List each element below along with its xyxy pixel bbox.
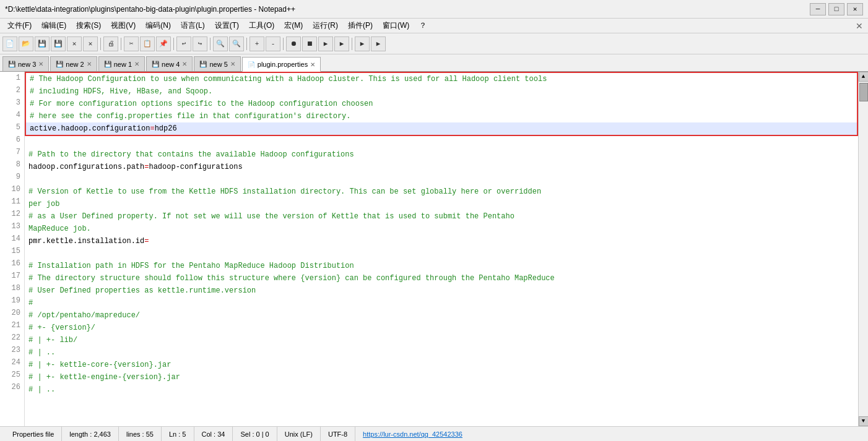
line-num-21: 21 [0,319,24,332]
tab-save-icon5: 💾 [199,61,207,67]
menu-run[interactable]: 运行(R) [308,19,343,32]
tab-new2-close[interactable]: ✕ [87,61,92,67]
scroll-down[interactable]: ▼ [859,416,869,426]
line-num-12: 12 [0,208,24,220]
toolbar-copy[interactable]: 📋 [140,36,155,51]
toolbar-paste[interactable]: 📌 [156,36,171,51]
window-close-x[interactable]: ✕ [856,21,863,31]
menu-search[interactable]: 搜索(S) [71,19,106,32]
status-filetype-text: Properties file [12,430,54,438]
line-num-13: 13 [0,220,24,233]
tab-new2[interactable]: 💾 new 2 ✕ [50,56,97,71]
toolbar-undo[interactable]: ↩ [176,36,191,51]
code-line-26: # | .. [25,383,858,396]
toolbar-zoom-out[interactable]: - [266,36,280,51]
close-button[interactable]: ✕ [847,3,863,15]
code-line-1: # The Hadoop Configuration to use when c… [26,73,857,85]
line-num-16: 16 [0,257,24,270]
menu-edit[interactable]: 编辑(E) [37,19,71,32]
toolbar-zoom-in[interactable]: + [250,36,264,51]
status-encoding-text: UTF-8 [328,430,347,438]
tab-plugin-close[interactable]: ✕ [310,61,315,68]
tab-new5-close[interactable]: ✕ [230,61,235,67]
tab-new4-close[interactable]: ✕ [182,61,187,67]
line-num-1: 1 [0,72,24,84]
status-sel-text: Sel : 0 | 0 [240,430,269,438]
toolbar-macro-stop[interactable]: ⏹ [302,36,317,51]
tab-new4-label: new 4 [162,61,180,68]
menu-file[interactable]: 文件(F) [2,19,37,32]
toolbar-find[interactable]: 🔍 [213,36,228,51]
maximize-button[interactable]: □ [828,3,844,15]
toolbar-macro-play[interactable]: ▶ [318,36,333,51]
toolbar-print[interactable]: 🖨 [103,36,118,51]
tab-plugin-properties[interactable]: 📄 plugin.properties ✕ [242,57,321,72]
toolbar-new[interactable]: 📄 [2,36,17,51]
code-line-25: # | +- kettle-engine-{version}.jar [25,371,858,383]
menu-macro[interactable]: 宏(M) [279,19,308,32]
toolbar-open[interactable]: 📂 [19,36,33,51]
line-num-2: 2 [0,84,24,96]
toolbar-sep-4 [210,38,210,50]
tab-new3-close[interactable]: ✕ [38,61,43,67]
menu-window[interactable]: 窗口(W) [378,19,414,32]
code-line-20: # /opt/pentaho/mapreduce/ [25,309,858,322]
title-bar: *D:\kettle\data-integration\plugins\pent… [0,0,868,19]
vertical-scrollbar[interactable]: ▲ ▼ [858,72,868,426]
tab-new1[interactable]: 💾 new 1 ✕ [98,56,145,71]
menu-language[interactable]: 语言(L) [176,19,210,32]
toolbar-save-all[interactable]: 💾 [51,36,66,51]
menu-plugins[interactable]: 插件(P) [343,19,378,32]
toolbar-macro-rec[interactable]: ⏺ [286,36,301,51]
line-num-17: 17 [0,270,24,282]
tab-new1-close[interactable]: ✕ [134,61,139,67]
status-bar: Properties file length : 2,463 lines : 5… [0,426,868,441]
toolbar-sep-1 [100,38,101,50]
menu-settings[interactable]: 设置(T) [210,19,244,32]
status-link[interactable]: https://lur-csdn.net/qq_42542336 [363,430,462,438]
line-num-26: 26 [0,381,24,393]
code-line-7: # Path to the directory that contains th… [25,148,858,161]
line-num-4: 4 [0,109,24,121]
toolbar-sep-2 [121,38,121,50]
status-length: length : 2,463 [62,427,119,441]
toolbar-find-replace[interactable]: 🔍 [229,36,244,51]
tab-new2-label: new 2 [66,61,84,68]
menu-tools[interactable]: 工具(O) [244,19,279,32]
line-num-15: 15 [0,245,24,257]
line-num-8: 8 [0,158,24,171]
line-num-10: 10 [0,183,24,195]
status-lines-text: lines : 55 [126,430,154,438]
toolbar-redo[interactable]: ↪ [193,36,207,51]
tab-new4[interactable]: 💾 new 4 ✕ [146,56,193,71]
tab-new5[interactable]: 💾 new 5 ✕ [194,56,240,71]
code-line-19: # [25,297,858,309]
code-line-3: # For more configuration options specifi… [26,98,857,110]
scroll-thumb[interactable] [859,83,868,101]
code-line-8: hadoop.configurations.path=hadoop-config… [25,161,858,173]
minimize-button[interactable]: ─ [810,3,826,15]
toolbar-run[interactable]: ▶ [355,36,370,51]
toolbar-sep-5 [246,38,247,50]
toolbar-macro-play-n[interactable]: ▶ [334,36,349,51]
code-line-18: # User Defined properties as kettle.runt… [25,285,858,297]
menu-view[interactable]: 视图(V) [106,19,141,32]
menu-encode[interactable]: 编码(N) [141,19,176,32]
toolbar-save[interactable]: 💾 [35,36,50,51]
toolbar-run-args[interactable]: ▶ [371,36,386,51]
status-col: Col : 34 [194,427,233,441]
menu-bar: 文件(F) 编辑(E) 搜索(S) 视图(V) 编码(N) 语言(L) 设置(T… [0,19,868,33]
toolbar-close-all[interactable]: ✕ [83,36,98,51]
tab-plugin-label: plugin.properties [258,61,308,68]
line-num-18: 18 [0,282,24,294]
code-line-12: # as a User Defined property. If not set… [25,210,858,223]
toolbar-cut[interactable]: ✂ [124,36,139,51]
status-col-text: Col : 34 [202,430,225,438]
code-line-2: # including HDFS, Hive, HBase, and Sqoop… [26,85,857,98]
toolbar-close[interactable]: ✕ [67,36,82,51]
tab-new3[interactable]: 💾 new 3 ✕ [2,56,49,71]
status-filetype: Properties file [5,427,62,441]
scroll-up[interactable]: ▲ [859,72,869,82]
menu-help[interactable]: ？ [414,19,432,32]
code-area[interactable]: # The Hadoop Configuration to use when c… [25,72,858,426]
